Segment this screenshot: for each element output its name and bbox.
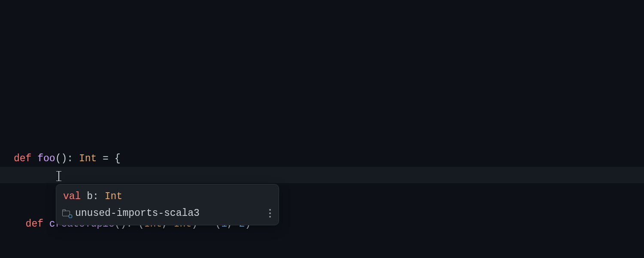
- code-line: def foo(): Int = {: [14, 150, 644, 167]
- function-name: foo: [37, 153, 55, 164]
- keyword-def: def: [14, 153, 31, 164]
- module-name: unused-imports-scala3: [75, 205, 200, 221]
- keyword-def: def: [26, 218, 43, 230]
- more-options-button[interactable]: [267, 207, 273, 219]
- hover-tooltip: val b: Int unused-imports-scala3: [56, 184, 279, 225]
- tooltip-signature: val b: Int: [62, 189, 273, 204]
- folder-icon: [62, 210, 71, 217]
- type-int: Int: [79, 153, 97, 164]
- tooltip-module: unused-imports-scala3: [62, 205, 200, 221]
